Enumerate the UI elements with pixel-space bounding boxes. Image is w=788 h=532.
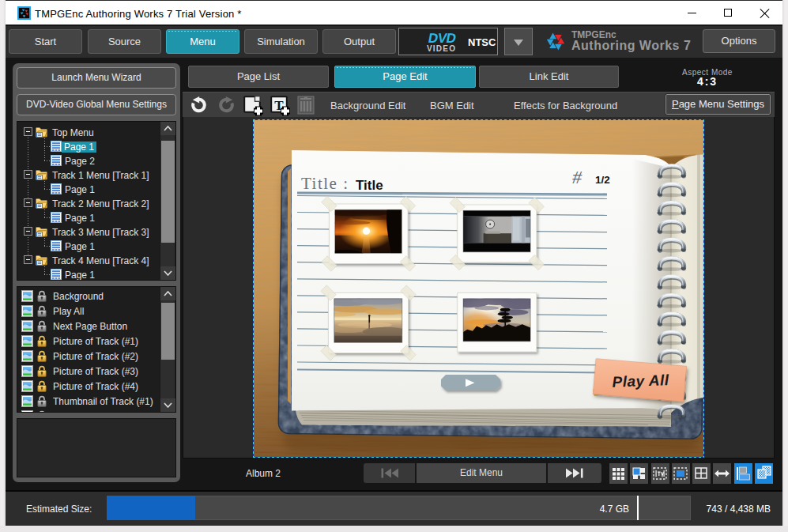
svg-text:#: # <box>572 167 583 187</box>
svg-text:Title :: Title : <box>301 174 349 193</box>
svg-text:1/2: 1/2 <box>595 174 610 186</box>
svg-text:Title: Title <box>356 178 383 193</box>
svg-text:Play All: Play All <box>612 372 669 391</box>
